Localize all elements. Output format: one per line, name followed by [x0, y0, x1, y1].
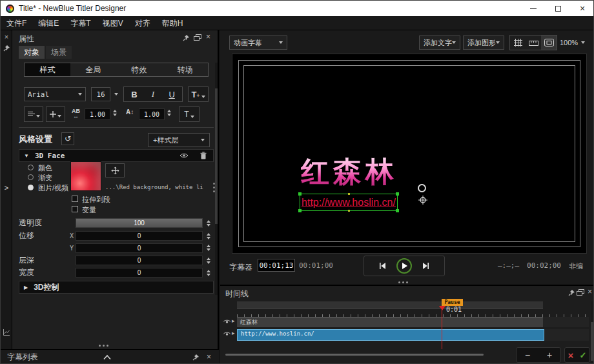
- image-position-button[interactable]: [105, 163, 125, 177]
- properties-close-icon[interactable]: ×: [206, 33, 210, 41]
- panel-scrollbar-track[interactable]: [215, 63, 218, 295]
- width-input[interactable]: 0: [76, 268, 203, 278]
- font-size-input[interactable]: 16: [91, 87, 110, 101]
- add-shape-button[interactable]: 添加图形: [463, 35, 504, 50]
- offset-x-input[interactable]: 0: [76, 231, 203, 241]
- grid-toggle-icon[interactable]: [510, 35, 526, 50]
- dock-pin-icon[interactable]: [3, 45, 10, 52]
- dock-close-icon[interactable]: ×: [1, 33, 12, 41]
- depth-input[interactable]: 0: [76, 256, 203, 265]
- properties-float-icon[interactable]: [194, 34, 201, 41]
- anchor-point-icon[interactable]: [418, 196, 427, 205]
- subtitle-list-pin-icon[interactable]: [192, 354, 200, 361]
- text-case-button[interactable]: T +: [188, 86, 209, 102]
- menu-align[interactable]: 对齐: [129, 16, 156, 30]
- skip-end-button[interactable]: [422, 262, 430, 270]
- cancel-button[interactable]: ×: [568, 350, 574, 361]
- zoom-selector[interactable]: 100%: [560, 35, 585, 50]
- add-style-layer-button[interactable]: +样式层: [148, 133, 210, 147]
- confirm-button[interactable]: ✓: [580, 350, 587, 360]
- tab-object[interactable]: 对象: [19, 46, 45, 59]
- radio-color[interactable]: [28, 165, 34, 170]
- timeline-float-icon[interactable]: [577, 289, 584, 296]
- leading-stepper[interactable]: [167, 110, 171, 116]
- menu-edit[interactable]: 编辑E: [32, 16, 65, 30]
- skip-start-button[interactable]: [378, 262, 386, 270]
- subtitle-list-splitter[interactable]: [99, 345, 108, 347]
- track2-clip-selected[interactable]: http://www.hoslin.cn/: [237, 329, 544, 341]
- rotate-handle[interactable]: [418, 184, 426, 192]
- bold-button[interactable]: B: [131, 90, 137, 99]
- leading-input[interactable]: 1.00: [139, 108, 165, 120]
- canvas-title-text[interactable]: 红森林: [301, 157, 398, 186]
- layer-3d-face-bar[interactable]: ▼ 3D Face: [19, 149, 214, 162]
- safe-area-toggle-icon[interactable]: [541, 35, 557, 50]
- timeline-vscrollbar-track[interactable]: [591, 301, 593, 363]
- selection-mid-handle[interactable]: [348, 210, 350, 212]
- depth-stepper[interactable]: [205, 258, 212, 264]
- menu-view[interactable]: 视图V: [97, 16, 129, 30]
- subtab-effects[interactable]: 特效: [116, 63, 162, 76]
- track2-expand-arrow[interactable]: ▸: [232, 330, 235, 336]
- radio-image-video[interactable]: [28, 185, 34, 190]
- pause-marker[interactable]: Pause: [442, 299, 463, 306]
- playhead-line[interactable]: [442, 306, 442, 349]
- add-text-button[interactable]: 添加文字: [419, 35, 460, 50]
- timeline-vscrollbar-thumb[interactable]: [591, 322, 593, 361]
- timeline-hscrollbar[interactable]: [225, 354, 484, 356]
- tab-scene[interactable]: 场景: [46, 46, 72, 59]
- play-button[interactable]: [396, 258, 412, 274]
- splitter-handle[interactable]: [213, 183, 215, 192]
- track1-visibility-icon[interactable]: [223, 319, 231, 325]
- timeline-close-icon[interactable]: ×: [588, 288, 592, 296]
- timeline-splitter-handle[interactable]: [398, 281, 408, 283]
- selection-mid-handle[interactable]: [348, 193, 350, 195]
- layer-delete-icon[interactable]: [200, 152, 207, 159]
- subtitle-list-close-icon[interactable]: ×: [207, 353, 211, 361]
- selection-handle[interactable]: [396, 209, 399, 212]
- offset-x-stepper[interactable]: [205, 233, 212, 239]
- opacity-stepper[interactable]: [205, 220, 212, 227]
- canvas-url-text[interactable]: http://www.hoslin.cn/: [302, 197, 396, 208]
- ruler-toggle-icon[interactable]: [526, 35, 541, 50]
- width-stepper[interactable]: [205, 270, 212, 276]
- panel-expand-chevron[interactable]: >: [1, 184, 12, 192]
- selection-handle[interactable]: [298, 209, 302, 212]
- offset-y-stepper[interactable]: [205, 245, 212, 251]
- font-size-dropdown-icon[interactable]: [114, 93, 118, 96]
- tracking-input[interactable]: 1.00: [85, 108, 110, 120]
- radio-gradient[interactable]: [28, 174, 34, 180]
- track1-clip[interactable]: 红森林: [237, 317, 543, 327]
- timeline-pin-icon[interactable]: [568, 289, 575, 297]
- checkbox-variable[interactable]: [72, 206, 78, 212]
- zoom-out-button[interactable]: −: [525, 350, 530, 360]
- minimize-button[interactable]: [521, 1, 546, 16]
- zoom-in-button[interactable]: +: [547, 350, 552, 360]
- preview-canvas[interactable]: 红森林 http://www.hoslin.cn/: [232, 54, 587, 254]
- controls-3d-bar[interactable]: ▶ 3D控制: [19, 281, 214, 294]
- playhead-head[interactable]: [439, 306, 446, 310]
- track2-visibility-icon[interactable]: [223, 331, 231, 337]
- marker-strip[interactable]: [237, 301, 543, 308]
- canvas-selection-box[interactable]: http://www.hoslin.cn/: [300, 194, 398, 211]
- maximize-button[interactable]: [546, 1, 570, 16]
- subtab-global[interactable]: 全局: [70, 63, 116, 76]
- selection-handle[interactable]: [396, 192, 399, 196]
- selection-handle[interactable]: [298, 192, 302, 196]
- spacing-button[interactable]: [46, 106, 65, 122]
- menu-help[interactable]: 帮助H: [156, 16, 189, 30]
- opacity-slider[interactable]: 100: [76, 218, 203, 228]
- text-align-button[interactable]: [24, 106, 43, 122]
- current-time-field[interactable]: 00:01;13: [258, 259, 295, 272]
- menu-file[interactable]: 文件F: [1, 16, 32, 30]
- track1-expand-arrow[interactable]: ▸: [232, 318, 235, 324]
- reset-style-button[interactable]: ↺: [61, 132, 74, 145]
- panel-scrollbar-thumb[interactable]: [215, 88, 218, 224]
- tracking-stepper[interactable]: [113, 110, 117, 116]
- expand-up-icon[interactable]: [103, 354, 112, 360]
- italic-button[interactable]: I: [152, 89, 154, 99]
- subtab-style[interactable]: 样式: [25, 63, 70, 76]
- underline-button[interactable]: U: [169, 90, 174, 99]
- layer-visibility-icon[interactable]: [179, 152, 189, 159]
- font-family-select[interactable]: Arial: [24, 87, 86, 101]
